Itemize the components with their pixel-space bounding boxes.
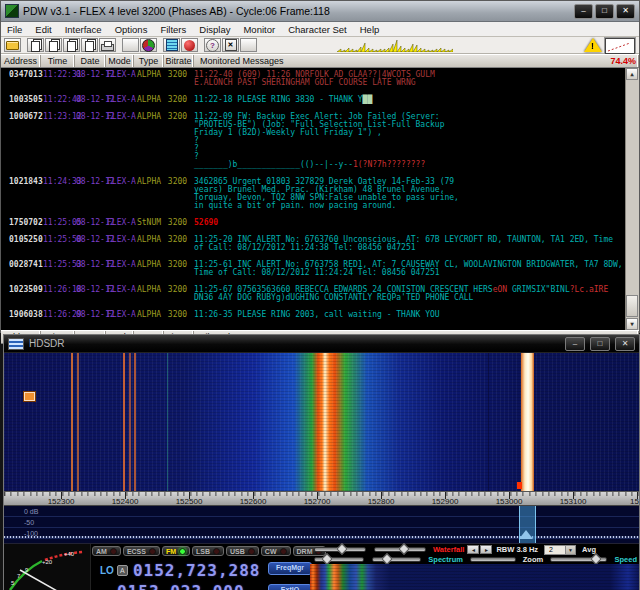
tune-frequency-display[interactable]: 0153,023,000: [117, 582, 245, 590]
open-folder-icon[interactable]: [4, 38, 21, 52]
pdw-close-button[interactable]: ✕: [616, 4, 635, 19]
freq-tick-label: 152400: [103, 497, 147, 506]
menu-character-set[interactable]: Character Set: [288, 24, 347, 35]
pdw-menubar: FileEditInterfaceOptionsFiltersDisplayMo…: [1, 22, 639, 37]
message-row[interactable]: 102350911:26:1808-12-12FLEX-AALPHA320011…: [1, 286, 639, 302]
menu-filters[interactable]: Filters: [160, 24, 186, 35]
cell-mode: FLEX-A: [107, 286, 136, 294]
hdsdr-titlebar[interactable]: HDSDR –□✕: [4, 335, 639, 353]
alert-exclamation-icon[interactable]: [122, 38, 139, 52]
column-header-monitored-messages[interactable]: Monitored Messages: [194, 55, 639, 67]
mode-button-ecss[interactable]: ECSS: [123, 546, 160, 556]
cell-bitrate: 3200: [164, 236, 191, 244]
tune-frequency-marker[interactable]: [519, 506, 536, 543]
waterfall-display[interactable]: [4, 353, 639, 491]
message-text: 52690: [194, 219, 627, 227]
menu-display[interactable]: Display: [199, 24, 230, 35]
waterfall-contrast-slider[interactable]: [314, 547, 366, 552]
column-header-date[interactable]: Date: [75, 55, 106, 67]
message-row[interactable]: 190603811:26:2908-12-12FLEX-AALPHA320011…: [1, 311, 639, 319]
scrollbar-up-arrow[interactable]: ▲: [626, 68, 638, 80]
cell-bitrate: 3200: [164, 113, 191, 121]
message-row[interactable]: 175070211:25:0508-12-12FLEX-AStNUM320052…: [1, 219, 639, 227]
mode-button-usb[interactable]: USB: [226, 546, 259, 556]
slider-thumb[interactable]: [336, 543, 347, 554]
column-header-address[interactable]: Address: [1, 55, 41, 67]
message-segment: 11:26-35 PLEASE RING 2003, call waiting …: [194, 310, 440, 319]
mode-button-lsb[interactable]: LSB: [192, 546, 224, 556]
waterfall-signal-trace: [123, 353, 125, 491]
monitored-messages-list[interactable]: 034701311:22:3108-12-12FLEX-AALPHA320011…: [1, 68, 639, 330]
chevron-down-icon[interactable]: ▼: [565, 546, 575, 554]
freq-tick-label: 15: [630, 497, 640, 506]
lo-frequency-display[interactable]: 0152,723,288: [133, 561, 261, 580]
mode-label: LSB: [196, 548, 210, 555]
slider-thumb[interactable]: [321, 553, 332, 564]
slider-thumb[interactable]: [591, 553, 602, 564]
copy-page-4-icon[interactable]: [81, 38, 98, 52]
message-row[interactable]: 034701311:22:3108-12-12FLEX-AALPHA320011…: [1, 71, 639, 87]
cell-type: ALPHA: [134, 96, 164, 104]
print-icon[interactable]: [99, 38, 116, 52]
column-header-mode[interactable]: Mode: [106, 55, 134, 67]
zoom-track[interactable]: [470, 557, 516, 562]
frequency-scale[interactable]: 1523001524001525001526001527001528001529…: [4, 491, 639, 506]
menu-monitor[interactable]: Monitor: [243, 24, 275, 35]
freq-manager-button[interactable]: FreqMgr: [268, 562, 312, 575]
globe-icon[interactable]: [240, 38, 257, 52]
copy-page-2-icon[interactable]: [45, 38, 62, 52]
spectrum-contrast-slider[interactable]: [314, 557, 364, 562]
speed-slider[interactable]: [550, 557, 607, 562]
freq-tick-label: 152600: [231, 497, 275, 506]
column-header-type[interactable]: Type: [134, 55, 164, 67]
rbw-decrease-button[interactable]: ◄: [467, 545, 479, 554]
mode-button-fm[interactable]: FM: [162, 546, 190, 556]
scrollbar-thumb[interactable]: [626, 295, 638, 317]
table-view-icon[interactable]: [163, 38, 180, 52]
lo-channel-badge[interactable]: A: [117, 565, 128, 576]
slider-thumb[interactable]: [398, 543, 409, 554]
phase-scope-icon[interactable]: [605, 38, 635, 54]
pdw-minimize-button[interactable]: –: [574, 4, 593, 19]
menu-file[interactable]: File: [7, 24, 22, 35]
close-box-icon[interactable]: [222, 38, 239, 52]
message-row[interactable]: 100350511:22:4408-12-12FLEX-AALPHA320011…: [1, 96, 639, 104]
mode-button-am[interactable]: AM: [92, 546, 121, 556]
extio-button[interactable]: ExtIO: [268, 584, 312, 590]
menu-help[interactable]: Help: [360, 24, 380, 35]
waterfall-brightness-slider[interactable]: [374, 547, 426, 552]
slider-thumb[interactable]: [381, 553, 392, 564]
spectrum-grid-line: [4, 516, 639, 517]
menu-options[interactable]: Options: [115, 24, 148, 35]
cell-type: StNUM: [134, 219, 164, 227]
column-header-bitrate[interactable]: Bitrate: [164, 55, 194, 67]
help-bubble-icon[interactable]: [204, 38, 221, 52]
message-row[interactable]: 010525011:25:5008-12-12FLEX-AALPHA320011…: [1, 236, 639, 252]
hdsdr-window-title: HDSDR: [29, 338, 562, 349]
hdsdr-maximize-button[interactable]: □: [590, 337, 610, 351]
avg-dropdown[interactable]: 2▼: [544, 545, 576, 555]
rf-mini-waterfall[interactable]: [310, 564, 640, 590]
column-header-time[interactable]: Time: [41, 55, 75, 67]
hdsdr-minimize-button[interactable]: –: [565, 337, 585, 351]
message-row[interactable]: 002874111:25:5308-12-12FLEX-AALPHA320011…: [1, 261, 639, 277]
menu-interface[interactable]: Interface: [65, 24, 102, 35]
record-dot-icon[interactable]: [181, 38, 198, 52]
cell-address: 1003505: [9, 96, 43, 104]
hdsdr-close-button[interactable]: ✕: [615, 337, 635, 351]
pdw-titlebar[interactable]: PDW v3.1 - FLEX 4 level 3200 (Phases AB)…: [1, 1, 639, 22]
spectrum-display[interactable]: 0 dB-50-100: [4, 506, 639, 544]
spectrum-brightness-slider[interactable]: [372, 557, 422, 562]
message-row[interactable]: 102184311:24:3308-12-12FLEX-AALPHA320034…: [1, 178, 639, 210]
scrollbar-down-arrow[interactable]: ▼: [626, 318, 638, 330]
mode-button-cw[interactable]: CW: [261, 546, 291, 556]
message-row[interactable]: 100067211:23:1208-12-12FLEX-AALPHA320011…: [1, 113, 639, 169]
rbw-increase-button[interactable]: ►: [480, 545, 492, 554]
mode-led-icon: [179, 548, 186, 555]
copy-page-3-icon[interactable]: [63, 38, 80, 52]
messages-scrollbar[interactable]: ▲▼: [625, 68, 639, 330]
copy-page-icon[interactable]: [27, 38, 44, 52]
stats-pie-icon[interactable]: [140, 38, 157, 52]
menu-edit[interactable]: Edit: [35, 24, 51, 35]
pdw-maximize-button[interactable]: □: [595, 4, 614, 19]
